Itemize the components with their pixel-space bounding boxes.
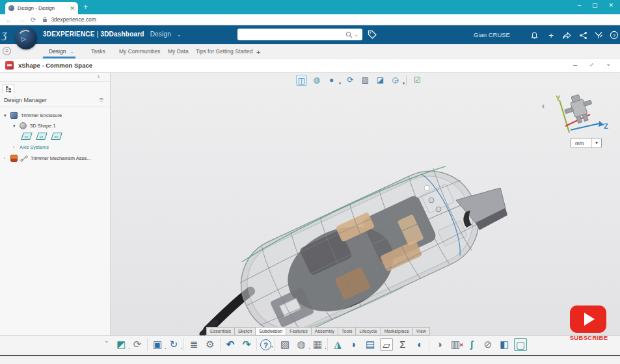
url-text[interactable]: 3dexperience.com xyxy=(51,16,96,23)
share-network-icon[interactable] xyxy=(577,29,589,41)
search-caret-icon[interactable]: ⌄ xyxy=(354,32,358,38)
add-tab-button[interactable]: + xyxy=(256,48,260,56)
play-icon xyxy=(584,313,595,326)
tab-tips-getting-started[interactable]: Tips for Getting Started xyxy=(196,48,253,55)
patch-grid-icon[interactable]: ▤ xyxy=(364,338,377,351)
tab-tools[interactable]: Tools xyxy=(338,327,356,335)
toolbar-collapse-icon[interactable]: ⌄ xyxy=(104,337,109,344)
share-arrow-icon[interactable] xyxy=(561,29,573,41)
context-caret-icon[interactable]: ⌄ xyxy=(177,32,182,38)
tree-item-3d-shape[interactable]: ▾ 3D Shape 1 xyxy=(13,122,56,129)
widget-menu-caret-icon[interactable]: ⌄ xyxy=(606,60,611,67)
blade-cut-icon[interactable]: ʃ xyxy=(465,338,478,351)
user-name[interactable]: Gian CRUSE xyxy=(474,31,510,38)
assembly-badge-icon xyxy=(10,155,18,162)
tab-design-caret-icon[interactable]: ⌄ xyxy=(70,49,74,54)
3dplay-icon[interactable] xyxy=(593,29,604,41)
new-tab-button[interactable]: + xyxy=(83,3,88,12)
dashboard-tabs-row: ≡ Design⌄ Tasks My Communities My Data T… xyxy=(0,44,620,58)
tree-item-axis-systems[interactable]: › Axis Systems xyxy=(13,144,49,150)
trimmer-model[interactable] xyxy=(111,73,620,335)
update-icon[interactable]: ↻· xyxy=(167,338,180,351)
new-content-icon[interactable]: ◩· xyxy=(115,338,128,351)
tree-item-trimmer-mechanism[interactable]: › Trimmer Mechanism Asse... xyxy=(4,155,91,162)
open-content-icon[interactable]: ⟳ xyxy=(131,338,144,351)
expander-icon[interactable]: › xyxy=(4,156,10,161)
browser-tab[interactable]: Design - Design ✕ xyxy=(5,2,78,14)
platform-brand: 3DEXPERIENCE | 3DDashboard Design ⌄ xyxy=(43,31,182,38)
bend-surface-icon[interactable]: ◖ xyxy=(412,338,425,351)
properties-icon[interactable]: ≣ xyxy=(187,338,200,351)
split-face-icon[interactable]: ◧ xyxy=(498,338,511,351)
reload-icon[interactable]: ⟳ xyxy=(31,16,36,23)
youtube-play-button[interactable] xyxy=(570,306,606,333)
sphere-tool-icon[interactable]: ◑ xyxy=(433,338,446,351)
back-icon[interactable]: ← xyxy=(6,16,12,23)
extrude-icon[interactable]: Σ xyxy=(396,338,409,351)
delete-face-icon[interactable]: ▥✕ xyxy=(449,338,462,351)
tab-essentials[interactable]: Essentials xyxy=(206,327,235,335)
brand-3ddashboard[interactable]: 3DDashboard xyxy=(100,31,144,38)
design-manager-menu-icon[interactable]: ≡ xyxy=(100,96,103,103)
grid-plane-icon[interactable]: ▦· xyxy=(311,338,324,351)
tab-design[interactable]: Design⌄ xyxy=(49,48,74,55)
search-icon[interactable] xyxy=(345,31,353,38)
trim-sphere-icon[interactable]: ⊘ xyxy=(481,338,494,351)
subscribe-label[interactable]: SUBSCRIBE xyxy=(565,334,612,341)
cage-frame-icon[interactable]: ▢ xyxy=(514,338,527,351)
tab-features[interactable]: Features xyxy=(286,327,312,335)
3dcompass[interactable]: ▷ xyxy=(15,27,37,49)
tab-view[interactable]: View xyxy=(413,327,430,335)
notification-bell-icon[interactable] xyxy=(528,29,540,41)
video-letterbox xyxy=(0,353,620,364)
tab-marketplace[interactable]: Marketplace xyxy=(381,327,413,335)
tab-sketch[interactable]: Sketch xyxy=(235,327,256,335)
redo-icon[interactable]: ↷ xyxy=(240,338,253,351)
tab-subdivision[interactable]: Subdivision xyxy=(256,327,286,335)
global-search-input[interactable] xyxy=(237,31,345,38)
save-icon[interactable]: ▣· xyxy=(151,338,164,351)
tab-my-data[interactable]: My Data xyxy=(168,48,189,55)
apps-menu-icon[interactable]: ≡ xyxy=(3,47,11,55)
design-manager-title: Design Manager xyxy=(4,97,47,103)
widget-minimize-icon[interactable]: – xyxy=(573,60,577,68)
app-title: xShape - Common Space xyxy=(18,62,92,69)
compass-play-icon[interactable]: ▷ xyxy=(21,36,26,42)
plane-yz-icon[interactable]: yz xyxy=(36,133,47,140)
undo-icon[interactable]: ↶ xyxy=(224,338,237,351)
tree-icon xyxy=(5,86,12,93)
help-icon[interactable]: ? xyxy=(608,29,620,41)
3d-viewport[interactable]: ◫ ◍ ●▾ ⟳ ▨ ◪ ◶▾ ☑ ‹ Y Z xyxy=(111,73,620,335)
curved-surface-icon[interactable]: ◗ xyxy=(347,338,360,351)
tab-lifecycle[interactable]: Lifecycle xyxy=(356,327,381,335)
expander-icon[interactable]: ▾ xyxy=(4,113,10,118)
window-minimize-button[interactable]: – xyxy=(578,2,581,8)
expander-icon[interactable]: ▾ xyxy=(13,124,20,129)
tab-tasks[interactable]: Tasks xyxy=(91,48,105,55)
action-bar-tabs: Essentials Sketch Subdivision Features A… xyxy=(206,327,430,335)
pyramid-primitive-icon[interactable]: ◮ xyxy=(331,338,344,351)
widget-expand-icon[interactable]: ↔ xyxy=(586,59,596,69)
tab-assembly[interactable]: Assembly xyxy=(312,327,338,335)
tree-tool-tab[interactable] xyxy=(3,84,14,94)
browser-titlebar: Design - Design ✕ + – ▢ ✕ xyxy=(0,0,620,14)
window-maximize-button[interactable]: ▢ xyxy=(592,2,598,8)
help-icon[interactable]: ?· xyxy=(260,339,271,350)
panel-collapse-icon[interactable]: ‹ xyxy=(98,73,100,80)
tree-item-trimmer-enclosure[interactable]: ▾ Trimmer Enclosure xyxy=(4,112,62,119)
forward-icon[interactable]: → xyxy=(18,16,25,23)
close-tab-icon[interactable]: ✕ xyxy=(70,5,75,12)
dashboard-context[interactable]: Design xyxy=(150,31,171,38)
plane-zx-icon[interactable]: zx xyxy=(51,133,62,140)
subdivision-box-icon[interactable]: ▧ xyxy=(278,338,291,351)
settings-gear-icon[interactable]: ⚙ xyxy=(204,338,217,351)
link-icon xyxy=(20,155,28,162)
polygon-face-icon[interactable]: ▱ xyxy=(380,338,393,351)
sphere-cage-icon[interactable]: ◍· xyxy=(295,338,308,351)
window-close-button[interactable]: ✕ xyxy=(608,2,613,8)
add-icon[interactable]: + xyxy=(545,29,557,41)
tab-my-communities[interactable]: My Communities xyxy=(119,48,160,55)
tags-icon[interactable] xyxy=(368,30,377,40)
expander-icon[interactable]: › xyxy=(13,145,20,150)
plane-xy-icon[interactable]: xy xyxy=(21,133,33,140)
